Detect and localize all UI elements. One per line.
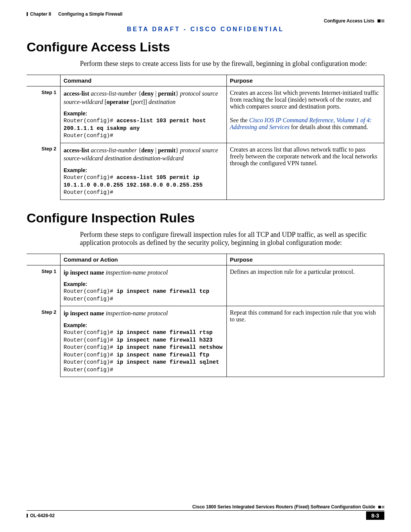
section1-title: Configure Access Lists xyxy=(27,40,384,54)
console-example: Router(config)# ip inspect name firewall… xyxy=(64,288,223,303)
doc-id: OL-6426-02 xyxy=(30,513,55,518)
step-label: Step 2 xyxy=(27,306,61,377)
example-label: Example: xyxy=(64,322,223,328)
console-example: Router(config)# access-list 103 permit h… xyxy=(64,117,223,140)
page-footer: Cisco 1800 Series Integrated Services Ro… xyxy=(27,504,384,520)
guide-title: Cisco 1800 Series Integrated Services Ro… xyxy=(192,504,375,510)
page-number: 8-3 xyxy=(366,511,384,520)
table-row: Step 2 ip inspect name inspection-name p… xyxy=(27,306,384,377)
step-label: Step 1 xyxy=(27,86,61,143)
console-example: Router(config)# access-list 105 permit i… xyxy=(64,174,223,197)
access-lists-table: Command Purpose Step 1 access-list acces… xyxy=(27,75,384,200)
command-syntax: ip inspect name inspection-name protocol xyxy=(64,309,223,318)
chapter-number: Chapter 8 xyxy=(30,11,51,17)
example-label: Example: xyxy=(64,167,223,173)
section-crumb: Configure Access Lists xyxy=(27,18,384,24)
purpose-text: Repeat this command for each inspection … xyxy=(227,306,384,377)
command-syntax: access-list access-list-number {deny | p… xyxy=(64,89,223,106)
console-example: Router(config)# ip inspect name firewall… xyxy=(64,329,223,374)
example-label: Example: xyxy=(64,281,223,287)
confidential-banner: BETA DRAFT - CISCO CONFIDENTIAL xyxy=(27,26,384,33)
col-purpose: Purpose xyxy=(227,75,384,86)
col-purpose: Purpose xyxy=(227,254,384,265)
chapter-title: Configuring a Simple Firewall xyxy=(58,11,123,17)
col-command: Command xyxy=(61,75,227,86)
purpose-text: Creates an access list which prevents In… xyxy=(227,86,384,143)
purpose-text: Creates an access list that allows netwo… xyxy=(227,143,384,200)
step-label: Step 1 xyxy=(27,265,61,306)
command-syntax: access-list access-list-number {deny | p… xyxy=(64,146,223,163)
example-label: Example: xyxy=(64,110,223,117)
table-row: Step 2 access-list access-list-number {d… xyxy=(27,143,384,200)
section1-intro: Perform these steps to create access lis… xyxy=(80,60,384,68)
command-syntax: ip inspect name inspection-name protocol xyxy=(64,268,223,277)
col-command: Command or Action xyxy=(61,254,227,265)
section2-title: Configure Inspection Rules xyxy=(27,211,384,225)
page: Chapter 8 Configuring a Simple Firewall … xyxy=(0,0,411,532)
table-row: Step 1 ip inspect name inspection-name p… xyxy=(27,265,384,306)
section2-intro: Perform these steps to configure firewal… xyxy=(80,231,384,247)
table-row: Step 1 access-list access-list-number {d… xyxy=(27,86,384,143)
purpose-text: Defines an inspection rule for a particu… xyxy=(227,265,384,306)
inspection-rules-table: Command or Action Purpose Step 1 ip insp… xyxy=(27,254,384,377)
step-label: Step 2 xyxy=(27,143,61,200)
running-header: Chapter 8 Configuring a Simple Firewall xyxy=(27,11,384,17)
